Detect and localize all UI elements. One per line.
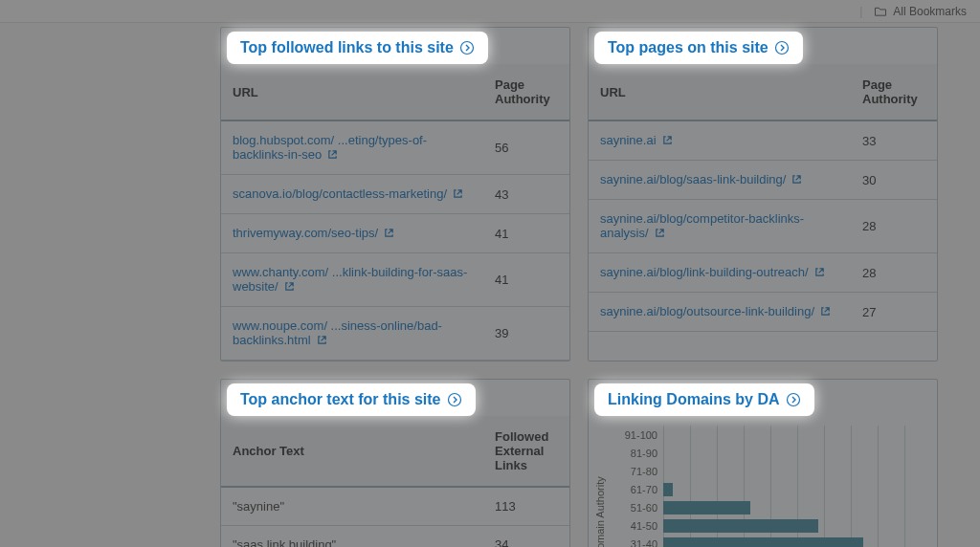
chart-row: 81-90 (613, 444, 922, 462)
col-page-authority: Page Authority (483, 64, 569, 120)
top-pages-card: Top pages on this site URL Page Authorit… (588, 27, 938, 361)
linking-domains-card: Linking Domains by DA Domain Authority 9… (588, 379, 938, 547)
table-row: blog.hubspot.com/ ...eting/types-of-back… (221, 120, 569, 175)
pa-cell: 28 (851, 200, 937, 253)
top-pages-table: URL Page Authority saynine.ai33saynine.a… (589, 64, 937, 332)
anchor-text-table: Anchor Text Followed External Links "say… (221, 416, 569, 547)
chart-bar (663, 501, 750, 514)
chart-category-label: 91-100 (613, 429, 663, 441)
col-anchor-text: Anchor Text (221, 416, 483, 487)
table-row: saynine.ai/blog/competitor-backlinks-ana… (589, 200, 937, 253)
chart-bar-area (663, 426, 922, 444)
table-row: www.chanty.com/ ...klink-building-for-sa… (221, 253, 569, 307)
chart-bar (663, 519, 818, 533)
chart-row: 71-80 (613, 462, 922, 480)
card-title-text: Top pages on this site (608, 39, 768, 56)
external-link-icon (284, 280, 295, 295)
table-row: thrivemyway.com/seo-tips/41 (221, 214, 569, 253)
followed-links-card: Top followed links to this site URL Page… (220, 27, 570, 361)
url-cell[interactable]: scanova.io/blog/contactless-marketing/ (221, 175, 483, 214)
pa-cell: 30 (851, 161, 937, 200)
chevron-right-circle-icon (459, 40, 475, 55)
url-cell[interactable]: saynine.ai/blog/saas-link-building/ (589, 161, 851, 200)
separator: | (859, 5, 862, 18)
chart-bar-area (663, 462, 922, 480)
chart-row: 91-100 (613, 426, 922, 444)
url-cell[interactable]: saynine.ai/blog/competitor-backlinks-ana… (589, 200, 851, 253)
y-axis-label: Domain Authority (594, 426, 606, 547)
card-title-text: Top followed links to this site (240, 39, 454, 56)
followed-links-title[interactable]: Top followed links to this site (227, 32, 488, 64)
chart-category-label: 31-40 (613, 538, 663, 547)
count-cell: 113 (483, 487, 569, 526)
col-followed-links: Followed External Links (483, 416, 569, 487)
svg-point-3 (787, 394, 799, 406)
chart-bar-area (663, 516, 922, 535)
chart-row: 61-70 (613, 480, 922, 498)
chart-category-label: 61-70 (613, 484, 663, 495)
linking-domains-title[interactable]: Linking Domains by DA (594, 383, 814, 416)
url-cell[interactable]: www.noupe.com/ ...siness-online/bad-back… (221, 307, 483, 361)
url-cell[interactable]: saynine.ai (589, 120, 851, 161)
chevron-right-circle-icon (774, 40, 790, 55)
external-link-icon (317, 334, 327, 348)
external-link-icon (327, 148, 338, 163)
anchor-cell[interactable]: "saas link building" (221, 526, 483, 547)
chart-row: 51-60 (613, 498, 922, 516)
external-link-icon (820, 305, 831, 319)
table-row: saynine.ai/blog/saas-link-building/30 (589, 161, 937, 200)
chart-bar-area (663, 444, 922, 462)
chart-category-label: 41-50 (613, 520, 663, 532)
chart-bar (663, 537, 863, 547)
card-title-text: Linking Domains by DA (608, 391, 780, 408)
chevron-right-circle-icon (447, 392, 462, 407)
anchor-text-card: Top anchor text for this site Anchor Tex… (220, 379, 570, 547)
col-url: URL (589, 64, 851, 120)
pa-cell: 28 (851, 253, 937, 293)
external-link-icon (814, 266, 825, 280)
svg-point-0 (460, 42, 473, 55)
external-link-icon (384, 227, 394, 241)
table-row: "saas link building"34 (221, 526, 569, 547)
chart-bar-area (663, 535, 922, 547)
table-row: saynine.ai/blog/outsource-link-building/… (589, 293, 937, 332)
url-cell[interactable]: thrivemyway.com/seo-tips/ (221, 214, 483, 253)
chart-row: 41-50 (613, 516, 922, 535)
anchor-text-title[interactable]: Top anchor text for this site (227, 383, 476, 416)
chart-bar-area (663, 498, 922, 516)
external-link-icon (791, 173, 802, 187)
top-bar: | All Bookmarks (0, 0, 980, 23)
pa-cell: 41 (483, 214, 569, 253)
table-row: "saynine"113 (221, 487, 569, 526)
chevron-right-circle-icon (786, 392, 801, 407)
chart-bar (663, 483, 673, 496)
anchor-cell[interactable]: "saynine" (221, 487, 483, 526)
pa-cell: 33 (851, 120, 937, 161)
chart-category-label: 51-60 (613, 502, 663, 514)
svg-point-1 (775, 42, 788, 55)
pa-cell: 41 (483, 253, 569, 307)
url-cell[interactable]: blog.hubspot.com/ ...eting/types-of-back… (221, 120, 483, 175)
svg-point-2 (448, 394, 460, 406)
pa-cell: 56 (483, 120, 569, 175)
count-cell: 34 (483, 526, 569, 547)
da-chart: Domain Authority 91-10081-9071-8061-7051… (589, 416, 937, 547)
url-cell[interactable]: www.chanty.com/ ...klink-building-for-sa… (221, 253, 483, 307)
followed-links-table: URL Page Authority blog.hubspot.com/ ...… (221, 64, 569, 361)
folder-icon (874, 6, 887, 16)
table-row: www.noupe.com/ ...siness-online/bad-back… (221, 307, 569, 361)
col-page-authority: Page Authority (851, 64, 937, 120)
external-link-icon (453, 187, 463, 202)
pa-cell: 27 (851, 293, 937, 332)
col-url: URL (221, 64, 483, 120)
card-title-text: Top anchor text for this site (240, 391, 441, 408)
all-bookmarks-link[interactable]: All Bookmarks (893, 5, 967, 18)
chart-row: 31-40 (613, 535, 922, 547)
chart-bar-area (663, 480, 922, 498)
external-link-icon (655, 227, 665, 241)
table-row: saynine.ai33 (589, 120, 937, 161)
url-cell[interactable]: saynine.ai/blog/link-building-outreach/ (589, 253, 851, 293)
top-pages-title[interactable]: Top pages on this site (594, 32, 803, 64)
chart-category-label: 71-80 (613, 466, 663, 477)
url-cell[interactable]: saynine.ai/blog/outsource-link-building/ (589, 293, 851, 332)
